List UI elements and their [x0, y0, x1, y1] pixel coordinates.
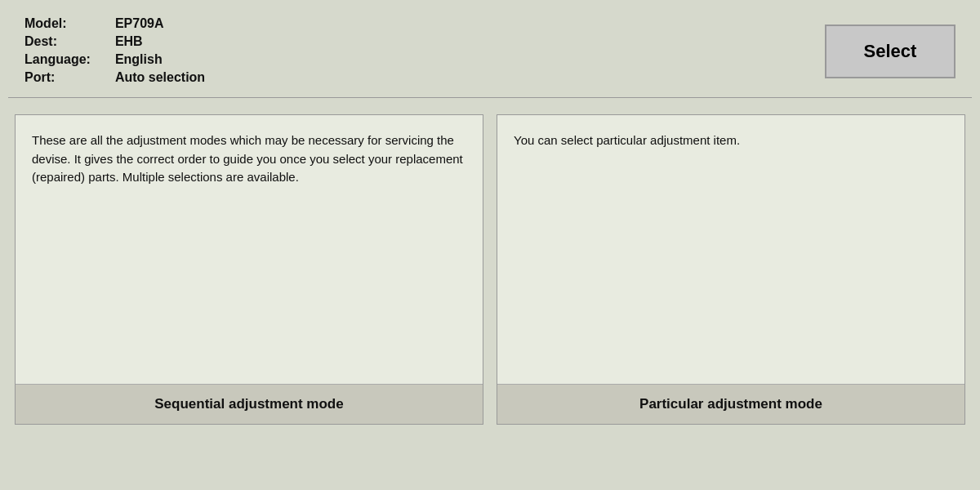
particular-panel-description: You can select particular adjustment ite…	[514, 131, 948, 150]
model-label: Model:	[24, 16, 91, 31]
dest-label: Dest:	[24, 34, 91, 49]
particular-panel: You can select particular adjustment ite…	[497, 114, 965, 425]
panels-section: These are all the adjustment modes which…	[0, 98, 980, 425]
info-table: Model: EP709A Dest: EHB Language: Englis…	[24, 16, 205, 85]
sequential-panel: These are all the adjustment modes which…	[15, 114, 483, 425]
dest-value: EHB	[115, 34, 205, 49]
select-button[interactable]: Select	[825, 24, 956, 78]
port-value: Auto selection	[115, 70, 205, 85]
language-value: English	[115, 52, 205, 67]
model-value: EP709A	[115, 16, 205, 31]
sequential-panel-footer[interactable]: Sequential adjustment mode	[16, 384, 483, 424]
particular-panel-footer[interactable]: Particular adjustment mode	[497, 384, 964, 424]
sequential-panel-body: These are all the adjustment modes which…	[16, 115, 483, 384]
language-label: Language:	[24, 52, 91, 67]
header-section: Model: EP709A Dest: EHB Language: Englis…	[0, 0, 980, 97]
sequential-panel-description: These are all the adjustment modes which…	[32, 131, 466, 187]
particular-panel-body: You can select particular adjustment ite…	[497, 115, 964, 384]
port-label: Port:	[24, 70, 91, 85]
